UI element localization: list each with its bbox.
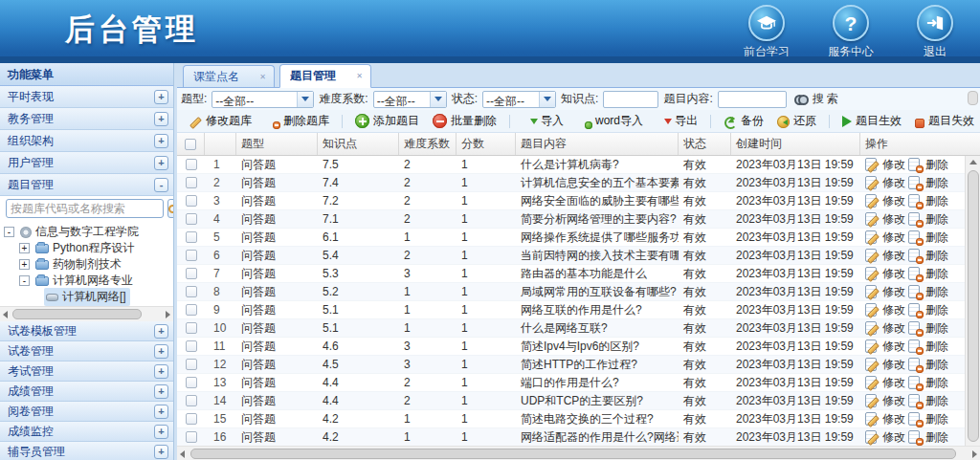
delete-button[interactable]: 删除 <box>925 320 948 337</box>
table-row[interactable]: 7 问答题 5.3 3 1 路由器的基本功能是什么 有效 2023年03月13日… <box>177 265 980 283</box>
delete-icon[interactable] <box>908 303 923 318</box>
column-header-content[interactable]: 题目内容 <box>516 133 679 155</box>
toolbar-button[interactable]: 还原 <box>770 111 823 132</box>
toolbar-button[interactable]: 添加题目 <box>348 111 426 132</box>
delete-button[interactable]: 删除 <box>925 175 948 191</box>
edit-button[interactable]: 修改 <box>882 357 905 373</box>
expand-toggle-icon[interactable]: + <box>154 364 168 379</box>
sidebar-menu-item[interactable]: 用户管理 + <box>0 152 173 174</box>
delete-button[interactable]: 删除 <box>925 302 948 318</box>
type-filter-select[interactable]: --全部-- <box>212 91 314 108</box>
delete-icon[interactable] <box>908 267 923 281</box>
edit-button[interactable]: 修改 <box>882 248 905 264</box>
delete-icon[interactable] <box>908 212 923 227</box>
edit-button[interactable]: 修改 <box>882 193 905 209</box>
delete-button[interactable]: 删除 <box>925 157 948 173</box>
toolbar-button[interactable]: 修改题库 <box>181 111 258 132</box>
row-checkbox[interactable] <box>186 340 197 352</box>
delete-button[interactable]: 删除 <box>925 375 948 391</box>
expand-toggle-icon[interactable]: - <box>154 178 168 192</box>
delete-icon[interactable] <box>908 394 923 408</box>
toolbar-button[interactable]: 删除题库 <box>258 111 336 132</box>
toolbar-button[interactable]: 导出 <box>650 111 704 132</box>
table-row[interactable]: 13 问答题 4.4 2 1 端口的作用是什么? 有效 2023年03月13日 … <box>177 374 980 392</box>
row-checkbox[interactable] <box>186 395 197 406</box>
tree-node[interactable]: 信息与数字工程学院 <box>0 224 173 240</box>
tree-expander-icon[interactable] <box>19 243 30 253</box>
toolbar-button[interactable]: 题目失效 <box>908 111 980 132</box>
delete-button[interactable]: 删除 <box>925 357 948 373</box>
column-header-knowledge[interactable]: 知识点 <box>318 133 399 155</box>
table-row[interactable]: 12 问答题 4.5 3 1 简述HTTP的工作过程? 有效 2023年03月1… <box>177 356 980 374</box>
select-all-checkbox[interactable] <box>185 139 196 150</box>
sidebar-menu-item[interactable]: 试卷模板管理 + <box>0 321 173 341</box>
close-tab-icon[interactable] <box>354 71 365 81</box>
sidebar-menu-item[interactable]: 考试管理 + <box>0 361 173 382</box>
edit-icon[interactable] <box>865 321 880 336</box>
edit-button[interactable]: 修改 <box>882 284 905 300</box>
table-row[interactable]: 1 问答题 7.5 2 1 什么是计算机病毒? 有效 2023年03月13日 1… <box>177 156 980 174</box>
status-filter-select[interactable]: --全部-- <box>482 91 556 108</box>
delete-button[interactable]: 删除 <box>925 211 948 228</box>
expand-toggle-icon[interactable]: + <box>154 324 168 339</box>
sidebar-menu-item[interactable]: 辅导员管理 + <box>0 442 173 460</box>
row-checkbox[interactable] <box>186 177 197 188</box>
delete-icon[interactable] <box>908 176 923 190</box>
expand-toggle-icon[interactable]: + <box>154 90 168 104</box>
edit-icon[interactable] <box>865 194 880 208</box>
delete-button[interactable]: 删除 <box>925 339 948 355</box>
search-button[interactable]: 搜 索 <box>791 91 841 107</box>
edit-icon[interactable] <box>865 340 880 354</box>
tree-node[interactable]: 药物制剂技术 <box>0 256 173 273</box>
edit-button[interactable]: 修改 <box>882 411 905 427</box>
row-checkbox[interactable] <box>186 231 197 243</box>
row-checkbox[interactable] <box>186 195 197 207</box>
edit-button[interactable]: 修改 <box>882 429 905 446</box>
delete-button[interactable]: 删除 <box>925 393 948 409</box>
sidebar-menu-item[interactable]: 教务管理 + <box>0 108 173 130</box>
row-checkbox[interactable] <box>186 322 197 334</box>
tree-node[interactable]: Python程序设计 <box>0 240 173 256</box>
table-row[interactable]: 8 问答题 5.2 1 1 局域网常用的互联设备有哪些? 有效 2023年03月… <box>177 283 980 301</box>
expand-toggle-icon[interactable]: + <box>154 112 168 126</box>
frontend-learning-button[interactable]: 前台学习 <box>735 5 798 60</box>
expand-toggle-icon[interactable]: + <box>154 156 168 170</box>
table-row[interactable]: 10 问答题 5.1 1 1 什么是网络互联? 有效 2023年03月13日 1… <box>177 319 980 338</box>
toolbar-button[interactable]: 批量删除 <box>426 111 503 132</box>
expand-toggle-icon[interactable]: + <box>154 425 168 439</box>
edit-icon[interactable] <box>865 158 880 172</box>
edit-icon[interactable] <box>865 376 880 390</box>
row-checkbox[interactable] <box>186 250 197 261</box>
table-row[interactable]: 16 问答题 4.2 1 1 网络适配器的作用是什么?网络适... 有效 202… <box>177 428 980 446</box>
bank-search-input[interactable] <box>6 199 164 218</box>
tab[interactable]: 课堂点名 <box>183 65 275 87</box>
table-row[interactable]: 4 问答题 7.1 2 1 简要分析网络管理的主要内容? 有效 2023年03月… <box>177 210 980 229</box>
delete-icon[interactable] <box>908 285 923 299</box>
table-row[interactable]: 15 问答题 4.2 1 1 简述电路交换的三个过程? 有效 2023年03月1… <box>177 410 980 428</box>
row-checkbox[interactable] <box>186 431 197 443</box>
tree-horizontal-scrollbar[interactable] <box>0 306 173 321</box>
row-checkbox[interactable] <box>186 159 197 170</box>
edit-button[interactable]: 修改 <box>882 175 905 191</box>
logout-button[interactable]: 退出 <box>903 5 967 60</box>
sidebar-menu-item[interactable]: 试卷管理 + <box>0 341 173 361</box>
scroll-left-icon[interactable] <box>180 450 185 458</box>
chevron-down-icon[interactable] <box>430 92 446 107</box>
scroll-up-icon[interactable] <box>969 160 977 164</box>
row-checkbox[interactable] <box>186 304 197 316</box>
bank-search-button[interactable] <box>167 199 174 218</box>
tree-expander-icon[interactable] <box>4 227 14 237</box>
toolbar-button[interactable]: word导入 <box>570 111 650 132</box>
column-header-score[interactable]: 分数 <box>457 133 516 155</box>
delete-icon[interactable] <box>908 230 923 245</box>
scroll-left-icon[interactable] <box>3 311 8 318</box>
panel-scrollbar-thumb[interactable] <box>968 91 978 105</box>
edit-icon[interactable] <box>865 430 880 445</box>
toolbar-button[interactable]: 备份 <box>717 111 770 132</box>
chevron-down-icon[interactable] <box>539 92 555 107</box>
delete-button[interactable]: 删除 <box>925 284 948 300</box>
expand-toggle-icon[interactable]: + <box>154 344 168 359</box>
table-row[interactable]: 6 问答题 5.4 2 1 当前因特网的接入技术主要有哪几... 有效 2023… <box>177 247 980 265</box>
table-row[interactable]: 2 问答题 7.4 2 1 计算机信息安全的五个基本要素是... 有效 2023… <box>177 174 980 192</box>
edit-icon[interactable] <box>865 394 880 408</box>
